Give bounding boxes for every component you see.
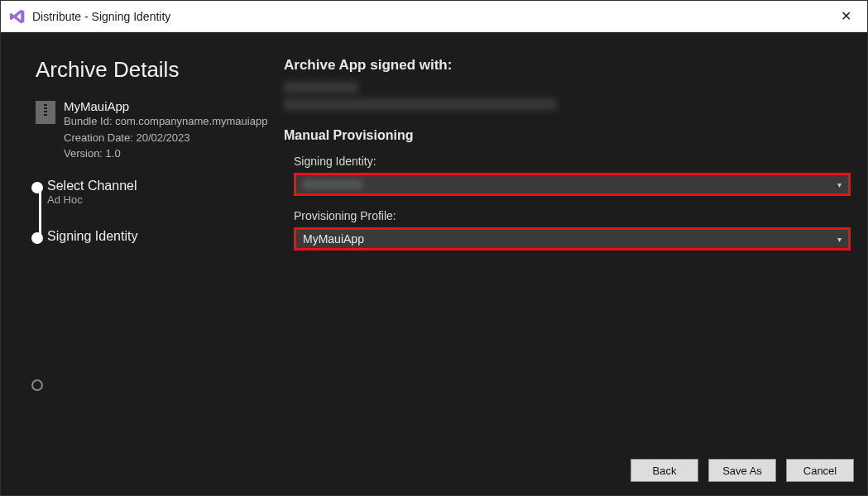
- back-button[interactable]: Back: [631, 459, 698, 482]
- vs-icon: [9, 8, 26, 25]
- step-dot-icon: [31, 379, 43, 391]
- chevron-down-icon: ▾: [837, 180, 842, 189]
- provisioning-profile-label: Provisioning Profile:: [294, 209, 851, 222]
- app-created: Creation Date: 20/02/2023: [64, 130, 267, 146]
- close-icon[interactable]: ✕: [832, 8, 859, 24]
- signing-identity-combo[interactable]: ▾: [294, 173, 851, 196]
- cancel-button[interactable]: Cancel: [786, 459, 854, 482]
- app-name: MyMauiApp: [64, 99, 267, 113]
- signing-identity-label: Signing Identity:: [294, 155, 851, 168]
- main-panel: Archive Details MyMauiApp Bundle Id: com…: [1, 32, 867, 496]
- step-dot-icon: [31, 232, 43, 244]
- archive-icon: [36, 101, 55, 124]
- details-panel: Archive App signed with: Manual Provisio…: [276, 57, 859, 441]
- step-select-channel: Select Channel Ad Hoc: [47, 179, 276, 206]
- redacted-text: [303, 179, 362, 189]
- step-signing-identity: Signing Identity: [47, 229, 276, 244]
- wizard-steps: Select Channel Ad Hoc Signing Identity: [34, 179, 276, 244]
- step-sublabel: Ad Hoc: [47, 193, 276, 206]
- sidebar-heading: Archive Details: [36, 57, 276, 83]
- provisioning-profile-value: MyMauiApp: [303, 232, 364, 246]
- window-title: Distribute - Signing Identity: [32, 10, 170, 23]
- app-summary: MyMauiApp Bundle Id: com.companyname.mym…: [36, 99, 276, 162]
- redacted-text: [284, 82, 358, 93]
- save-as-button[interactable]: Save As: [708, 459, 776, 482]
- signed-with-title: Archive App signed with:: [284, 57, 851, 74]
- chevron-down-icon: ▾: [837, 235, 842, 244]
- step-dot-icon: [31, 182, 43, 193]
- manual-provisioning-title: Manual Provisioning: [284, 128, 851, 143]
- sidebar: Archive Details MyMauiApp Bundle Id: com…: [36, 57, 276, 441]
- provisioning-profile-combo[interactable]: MyMauiApp ▾: [294, 227, 851, 250]
- app-version: Version: 1.0: [64, 145, 267, 162]
- app-bundle-id: Bundle Id: com.companyname.mymauiapp: [64, 113, 267, 130]
- titlebar: Distribute - Signing Identity ✕: [1, 1, 867, 32]
- redacted-text: [284, 98, 557, 110]
- footer: Back Save As Cancel: [1, 449, 867, 496]
- step-label: Signing Identity: [47, 229, 276, 244]
- step-label: Select Channel: [47, 179, 276, 193]
